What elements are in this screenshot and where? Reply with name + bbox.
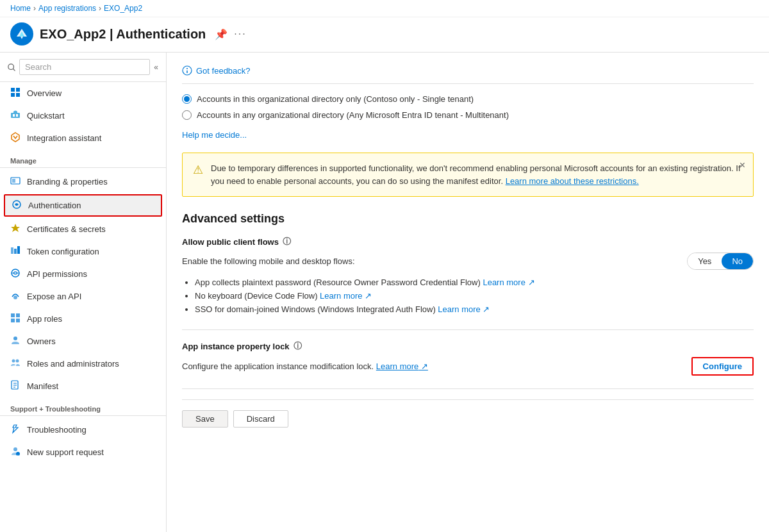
bullet-item-3: SSO for domain-joined Windows (Windows I… [195,304,754,314]
feedback-icon [182,65,192,76]
manifest-icon [10,380,21,392]
api-permissions-icon [10,268,21,280]
breadcrumb-sep2: › [99,4,101,13]
public-client-toggle[interactable]: Yes No [687,253,754,270]
toggle-no-button[interactable]: No [722,253,753,269]
sidebar-item-branding[interactable]: Branding & properties [0,170,166,193]
breadcrumb-app-registrations[interactable]: App registrations [38,4,96,13]
instance-row: Configure the application instance modif… [182,357,754,376]
sidebar-item-owners[interactable]: Owners [0,330,166,353]
bullet-item-3-text: SSO for domain-joined Windows (Windows I… [195,304,436,314]
svg-rect-14 [14,249,17,254]
sidebar-item-integration[interactable]: Integration assistant [0,127,166,149]
warning-close-button[interactable]: × [740,160,745,171]
warning-text: Due to temporary differences in supporte… [211,162,743,187]
svg-rect-15 [17,246,20,254]
sidebar-item-manifest-label: Manifest [27,381,58,391]
svg-text:+: + [17,453,19,457]
save-button[interactable]: Save [182,410,228,428]
breadcrumb-home[interactable]: Home [10,4,31,13]
bullet-item-2-link[interactable]: Learn more ↗ [320,291,372,301]
warning-box: ⚠ Due to temporary differences in suppor… [182,153,754,197]
warning-triangle-icon: ⚠ [193,163,203,187]
bullet-item-1-link[interactable]: Learn more ↗ [483,278,534,287]
app-roles-icon [10,313,21,325]
svg-rect-3 [11,88,15,92]
svg-point-23 [13,337,17,340]
radio-multi-tenant[interactable]: Accounts in any organizational directory… [182,110,754,120]
collapse-icon[interactable]: « [154,63,158,72]
svg-point-25 [16,360,19,363]
svg-rect-6 [16,93,20,97]
advanced-settings-title: Advanced settings [182,212,754,226]
sidebar-item-branding-label: Branding & properties [27,177,108,187]
warning-learn-more-link[interactable]: Learn more about these restrictions. [506,176,639,186]
sidebar-item-overview-label: Overview [27,88,62,98]
app-instance-info-icon[interactable]: ⓘ [294,340,302,352]
pin-icon[interactable]: 📌 [215,28,227,40]
svg-rect-7 [11,113,20,118]
instance-learn-more-link[interactable]: Learn more ↗ [376,362,428,371]
owners-icon [10,335,21,347]
svg-rect-5 [11,93,15,97]
sidebar-item-api-permissions[interactable]: API permissions [0,263,166,285]
expose-api-icon [10,290,21,303]
breadcrumb-app-name[interactable]: EXO_App2 [104,4,142,13]
flow-label: Enable the following mobile and desktop … [182,256,355,266]
footer-actions: Save Discard [182,399,754,438]
svg-line-2 [13,69,15,71]
svg-rect-8 [13,114,15,117]
bullet-item-3-link[interactable]: Learn more ↗ [438,304,490,314]
svg-rect-9 [16,114,18,117]
instance-description: Configure the application instance modif… [182,362,428,371]
svg-rect-19 [11,313,15,317]
sidebar-item-troubleshooting-label: Troubleshooting [27,425,87,435]
sidebar-item-support-request[interactable]: + New support request [0,441,166,463]
certificates-icon [10,223,21,235]
flow-row: Enable the following mobile and desktop … [182,253,754,270]
search-input[interactable] [19,59,150,75]
sidebar-item-authentication[interactable]: Authentication [4,194,162,217]
sidebar-item-quickstart[interactable]: Quickstart [0,104,166,127]
sidebar-item-app-roles[interactable]: App roles [0,308,166,330]
app-instance-title: App instance property lock [182,342,290,351]
sidebar-item-manifest[interactable]: Manifest [0,375,166,397]
integration-icon [10,132,21,144]
breadcrumb-sep1: › [33,4,36,13]
help-me-decide-link[interactable]: Help me decide... [182,130,247,140]
toggle-yes-button[interactable]: Yes [688,253,722,269]
sidebar-item-overview[interactable]: Overview [0,82,166,104]
sidebar-item-roles-admins[interactable]: Roles and administrators [0,353,166,375]
more-icon[interactable]: ··· [234,28,246,40]
svg-point-18 [13,295,17,299]
sidebar-item-certificates[interactable]: Certificates & secrets [0,218,166,240]
troubleshooting-icon [10,424,21,436]
support-section-label: Support + Troubleshooting [0,397,166,415]
sidebar-item-troubleshooting[interactable]: Troubleshooting [0,419,166,441]
radio-single-label: Accounts in this organizational director… [197,94,474,104]
configure-button[interactable]: Configure [691,357,754,376]
authentication-icon [12,199,22,212]
discard-button[interactable]: Discard [233,410,288,428]
sidebar-item-authentication-label: Authentication [28,201,81,210]
token-icon [10,245,21,258]
manage-section-label: Manage [0,149,166,167]
svg-rect-4 [16,88,20,92]
bullet-item-1-text: App collects plaintext password (Resourc… [195,278,481,287]
allow-public-client-title: Allow public client flows [182,237,279,247]
account-type-group: Accounts in this organizational director… [182,94,754,120]
sidebar-item-expose-api-label: Expose an API [27,292,81,301]
search-icon [8,63,15,72]
sidebar-item-expose-api[interactable]: Expose an API [0,285,166,308]
feedback-label[interactable]: Got feedback? [196,66,251,76]
sidebar-item-token[interactable]: Token configuration [0,240,166,263]
flow-list: App collects plaintext password (Resourc… [195,278,754,314]
sidebar-item-support-label: New support request [27,447,104,457]
sidebar-item-certificates-label: Certificates & secrets [27,224,106,234]
svg-rect-20 [16,313,20,317]
sidebar-item-integration-label: Integration assistant [27,133,101,143]
feedback-bar: Got feedback? [182,65,754,84]
bullet-item-2-text: No keyboard (Device Code Flow) [195,291,317,301]
radio-single-tenant[interactable]: Accounts in this organizational director… [182,94,754,104]
allow-public-info-icon[interactable]: ⓘ [283,236,291,247]
